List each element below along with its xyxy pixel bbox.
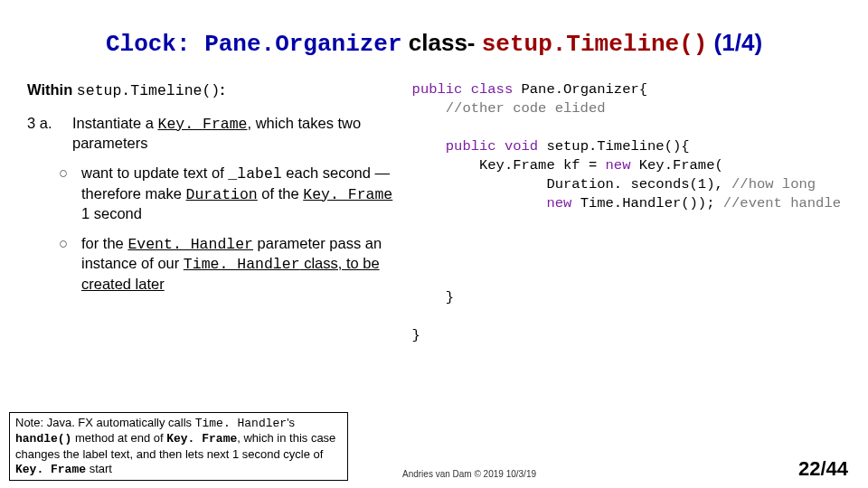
kw-new-1: new <box>606 157 631 174</box>
code-l4: Key.Frame kf = <box>412 157 606 174</box>
label-code: _label <box>228 165 281 183</box>
footer-credit: Andries van Dam © 2019 10/3/19 <box>402 469 536 479</box>
note-a: Note: Java. FX automatically calls <box>15 416 195 429</box>
title-pagepart: (1/4) <box>707 29 762 56</box>
duration-code: Duration <box>186 186 258 203</box>
sub-bullet-1: ○ want to update text of _label each sec… <box>27 164 399 223</box>
title-classword: class- <box>402 29 482 56</box>
code-l8: } <box>412 327 420 343</box>
sub1-text: want to update text of _label each secon… <box>81 164 399 223</box>
kw-new-2: new <box>546 195 571 211</box>
code-comment-2: //how long <box>731 176 816 192</box>
within-line: Within setup.Timeline(): <box>27 80 399 101</box>
sub1-pre: want to update text of <box>81 164 228 181</box>
bullet-icon: ○ <box>59 234 81 294</box>
title-clock: Clock: Pane.Organizer <box>106 31 402 58</box>
sub1-end: 1 second <box>81 205 142 221</box>
eventhandler-code: Event. Handler <box>127 236 253 253</box>
note-timehandler: Time. Handler <box>195 417 287 430</box>
sub2-pre: for the <box>81 235 127 251</box>
note-b: 's <box>287 416 295 429</box>
code-l5: Duration. seconds(1), <box>412 176 731 192</box>
left-column: Within setup.Timeline(): 3 a. Instantiat… <box>27 80 399 345</box>
keyframe-code: Key. Frame <box>157 116 247 133</box>
keyframe-code-2: Key. Frame <box>303 186 392 203</box>
kw-class: class <box>462 81 513 98</box>
code-l7: } <box>412 289 455 305</box>
step-3a: 3 a. Instantiate a Key. Frame, which tak… <box>27 114 399 153</box>
code-l6a <box>412 195 547 211</box>
kw-void: void <box>496 138 539 155</box>
sub1-of: of the <box>258 185 303 202</box>
content-area: Within setup.Timeline(): 3 a. Instantiat… <box>0 80 868 345</box>
code-l3c: setup.Timeline(){ <box>538 138 689 155</box>
kw-public-2: public <box>412 138 496 155</box>
slide-title: Clock: Pane.Organizer class- setup.Timel… <box>0 29 868 58</box>
step-3a-label: 3 a. <box>27 114 72 153</box>
kw-public: public <box>412 81 463 98</box>
within-code: setup.Timeline() <box>77 82 220 99</box>
timehandler-code: Time. Handler <box>184 256 300 273</box>
sub2-text: for the Event. Handler parameter pass an… <box>81 234 399 294</box>
step3a-pre: Instantiate a <box>72 115 157 131</box>
code-comment-1: //other code elided <box>412 100 606 117</box>
note-keyframe-2: Key. Frame <box>15 463 86 476</box>
bullet-icon: ○ <box>59 164 81 223</box>
note-e: start <box>86 462 112 475</box>
within-colon: : <box>220 81 225 98</box>
within-label: Within <box>27 81 77 98</box>
code-l1c: Pane.Organizer{ <box>513 81 647 98</box>
code-comment-3: //event handle <box>723 195 841 211</box>
note-c: method at end of <box>71 431 166 445</box>
step-3a-text: Instantiate a Key. Frame, which takes tw… <box>72 114 399 153</box>
title-setup: setup.Timeline() <box>482 31 708 58</box>
sub-bullet-2: ○ for the Event. Handler parameter pass … <box>27 234 399 294</box>
code-block: public class Pane.Organizer{ //other cod… <box>399 80 841 345</box>
page-number: 22/44 <box>798 457 848 481</box>
note-box: Note: Java. FX automatically calls Time.… <box>9 412 348 481</box>
note-handle: handle() <box>15 432 71 446</box>
code-l6c: Time.Handler()); <box>571 195 722 211</box>
code-l4c: Key.Frame( <box>630 157 722 174</box>
note-keyframe: Key. Frame <box>166 432 237 446</box>
